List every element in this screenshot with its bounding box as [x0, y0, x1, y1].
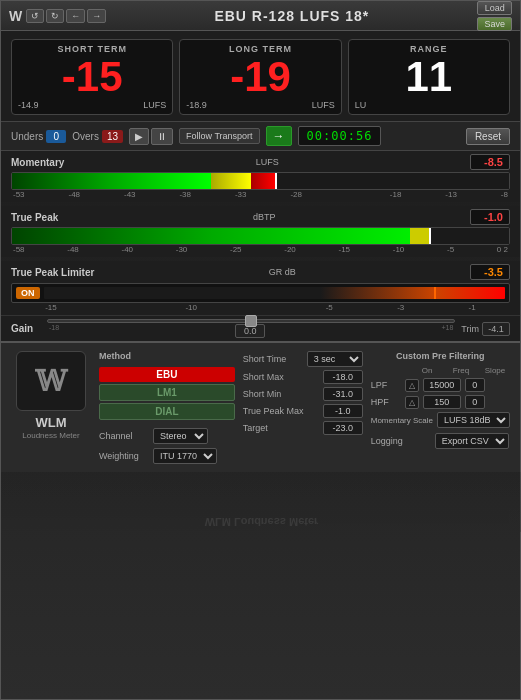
- overs-value: 13: [102, 130, 123, 143]
- cpf-on-col: On: [412, 366, 442, 375]
- lpf-on-button[interactable]: △: [405, 379, 419, 392]
- save-button[interactable]: Save: [477, 17, 512, 31]
- method-dial-button[interactable]: DIAL: [99, 403, 235, 420]
- true-peak-max-value: -1.0: [323, 404, 363, 418]
- logging-select[interactable]: Export CSV Off: [435, 433, 509, 449]
- wlm-logo: 𝕎: [16, 351, 86, 411]
- short-time-row: Short Time 3 sec 1 sec 400 ms: [243, 351, 363, 367]
- momentary-scale-label: Momentary Scale: [371, 416, 433, 425]
- short-term-sub-value: -14.9: [18, 100, 39, 110]
- true-peak-value: -1.0: [470, 209, 510, 225]
- momentary-unit: LUFS: [256, 157, 279, 167]
- method-lm1-button[interactable]: LM1: [99, 384, 235, 401]
- channel-label: Channel: [99, 431, 149, 441]
- plugin-title: EBU R-128 LUFS 18*: [214, 8, 369, 24]
- overs-label: Overs: [72, 131, 99, 142]
- short-time-select[interactable]: 3 sec 1 sec 400 ms: [307, 351, 363, 367]
- true-peak-bar: [11, 227, 510, 245]
- true-peak-section: True Peak dBTP -1.0 -58 -48 -40 -30 -25 …: [1, 206, 520, 257]
- momentary-value: -8.5: [470, 154, 510, 170]
- pause-button[interactable]: ⏸: [151, 128, 173, 145]
- short-term-meter: SHORT TERM -15 -14.9 LUFS: [11, 39, 173, 115]
- meters-section: SHORT TERM -15 -14.9 LUFS LONG TERM -19 …: [1, 31, 520, 121]
- momentary-bar: [11, 172, 510, 190]
- gain-row: Gain -18 0.0 +18 Trim -4.1: [1, 315, 520, 341]
- transport-buttons: ▶ ⏸: [129, 128, 173, 145]
- load-save-group: Load Save: [477, 1, 512, 31]
- momentary-scale: -53 -48 -43 -38 -33 -28 -18 -13 -8: [11, 190, 510, 199]
- short-term-unit: LUFS: [143, 100, 166, 110]
- range-meter: RANGE 11 LU: [348, 39, 510, 115]
- channel-select[interactable]: Stereo Mono 5.1: [153, 428, 208, 444]
- lpf-label: LPF: [371, 380, 401, 390]
- method-title: Method: [99, 351, 235, 361]
- short-max-label: Short Max: [243, 372, 303, 382]
- hpf-row: HPF △ 150 0: [371, 395, 510, 409]
- cpf-header: On Freq Slope: [371, 366, 510, 375]
- channel-row: Channel Stereo Mono 5.1: [99, 428, 235, 444]
- lpf-row: LPF △ 15000 0: [371, 378, 510, 392]
- load-button[interactable]: Load: [477, 1, 512, 15]
- cpf-title: Custom Pre Filtering: [371, 351, 510, 361]
- top-bar: W ↺ ↻ ← → EBU R-128 LUFS 18* Load Save: [1, 1, 520, 31]
- range-value: 11: [355, 56, 503, 98]
- follow-transport-button[interactable]: →: [266, 126, 292, 146]
- trim-label: Trim: [461, 324, 479, 334]
- gain-slider[interactable]: [47, 319, 455, 323]
- play-button[interactable]: ▶: [129, 128, 149, 145]
- long-term-sub: -18.9 LUFS: [186, 100, 334, 110]
- unders-label: Unders: [11, 131, 43, 142]
- transport-row: Unders 0 Overs 13 ▶ ⏸ Follow Transport →…: [1, 121, 520, 151]
- short-min-row: Short Min -31.0: [243, 387, 363, 401]
- weighting-row: Weighting ITU 1770 K-Weight: [99, 448, 235, 464]
- short-min-label: Short Min: [243, 389, 303, 399]
- waves-logo-icon: W: [9, 8, 22, 24]
- range-unit: LU: [355, 100, 367, 110]
- params-section: Short Time 3 sec 1 sec 400 ms Short Max …: [243, 351, 363, 464]
- top-bar-left: W ↺ ↻ ← →: [9, 8, 106, 24]
- undo-button[interactable]: ↺: [26, 9, 44, 23]
- back-button[interactable]: ←: [66, 9, 85, 23]
- target-label: Target: [243, 423, 303, 433]
- weighting-label: Weighting: [99, 451, 149, 461]
- limiter-label: True Peak Limiter: [11, 267, 94, 278]
- limiter-on-button[interactable]: ON: [16, 287, 40, 299]
- redo-button[interactable]: ↻: [46, 9, 64, 23]
- reflection-text: WLM Loudness Meter: [1, 512, 521, 532]
- gain-knob[interactable]: [245, 315, 257, 327]
- unders-group: Unders 0: [11, 130, 66, 143]
- lpf-slope-value: 0: [465, 378, 485, 392]
- method-buttons: EBU LM1 DIAL: [99, 367, 235, 420]
- gain-track: [47, 319, 455, 323]
- logging-label: Logging: [371, 436, 431, 446]
- short-max-value: -18.0: [323, 370, 363, 384]
- target-row: Target -23.0: [243, 421, 363, 435]
- unders-value: 0: [46, 130, 66, 143]
- gain-min-label: -18: [49, 324, 59, 338]
- weighting-select[interactable]: ITU 1770 K-Weight: [153, 448, 217, 464]
- short-time-label: Short Time: [243, 354, 303, 364]
- method-ebu-button[interactable]: EBU: [99, 367, 235, 382]
- long-term-meter: LONG TERM -19 -18.9 LUFS: [179, 39, 341, 115]
- gr-db-label: GR dB: [269, 267, 296, 277]
- reset-button[interactable]: Reset: [466, 128, 510, 145]
- long-term-value: -19: [186, 56, 334, 98]
- true-peak-scale: -58 -48 -40 -30 -25 -20 -15 -10 -5 0 2: [11, 245, 510, 254]
- trim-value: -4.1: [482, 322, 510, 336]
- true-peak-header: True Peak dBTP -1.0: [11, 209, 510, 225]
- limiter-header: True Peak Limiter GR dB -3.5: [11, 264, 510, 280]
- follow-transport-label: Follow Transport: [179, 128, 260, 144]
- cpf-section: Custom Pre Filtering On Freq Slope LPF △…: [371, 351, 510, 464]
- hpf-label: HPF: [371, 397, 401, 407]
- wlm-subtitle: Loudness Meter: [22, 431, 79, 440]
- cpf-slope-col: Slope: [480, 366, 510, 375]
- hpf-on-button[interactable]: △: [405, 396, 419, 409]
- momentary-section: Momentary LUFS -8.5 -53 -48 -43 -38 -33 …: [1, 151, 520, 202]
- true-peak-unit: dBTP: [253, 212, 276, 222]
- momentary-scale-select[interactable]: LUFS 18dB LUFS 9dB: [437, 412, 510, 428]
- true-peak-max-label: True Peak Max: [243, 406, 304, 416]
- long-term-unit: LUFS: [312, 100, 335, 110]
- momentary-header: Momentary LUFS -8.5: [11, 154, 510, 170]
- forward-button[interactable]: →: [87, 9, 106, 23]
- limiter-controls: ON: [11, 283, 510, 303]
